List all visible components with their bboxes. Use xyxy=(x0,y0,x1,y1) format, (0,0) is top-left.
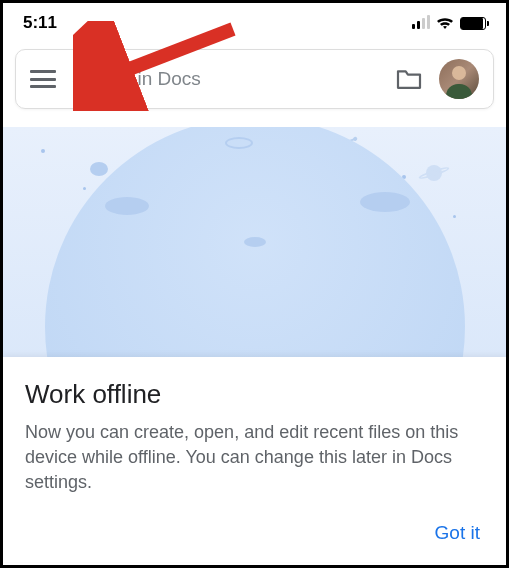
status-time: 5:11 xyxy=(23,13,57,33)
planet-icon xyxy=(422,165,446,181)
status-indicators xyxy=(412,16,486,30)
card-body: Now you can create, open, and edit recen… xyxy=(25,420,484,496)
avatar[interactable] xyxy=(439,59,479,99)
wifi-icon xyxy=(436,16,454,30)
card-title: Work offline xyxy=(25,379,484,410)
folder-icon[interactable] xyxy=(395,68,423,90)
got-it-button[interactable]: Got it xyxy=(431,514,484,552)
offline-card: Work offline Now you can create, open, a… xyxy=(3,357,506,562)
battery-icon xyxy=(460,17,486,30)
cellular-signal-icon xyxy=(412,17,430,29)
offline-illustration xyxy=(3,127,506,357)
menu-icon[interactable] xyxy=(30,70,56,88)
search-bar xyxy=(15,49,494,109)
search-input[interactable] xyxy=(72,68,379,90)
status-bar: 5:11 xyxy=(3,3,506,43)
